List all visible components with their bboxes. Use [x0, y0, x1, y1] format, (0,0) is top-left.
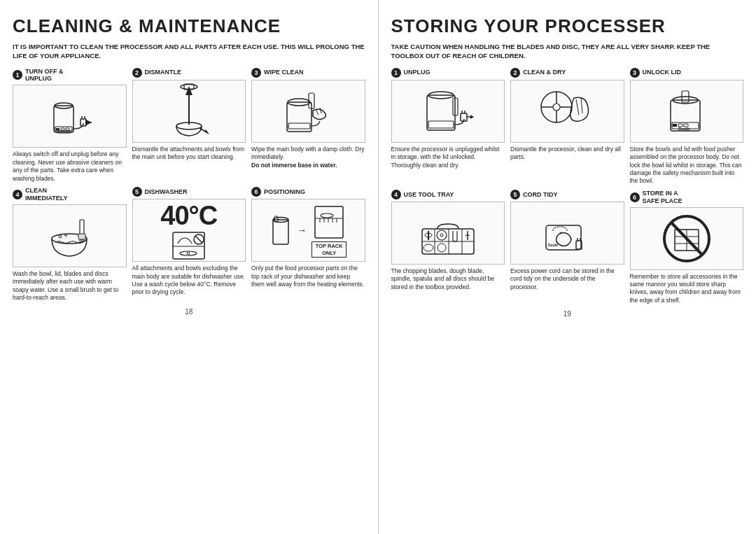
temp-label: 40°C: [160, 201, 217, 231]
step-5-desc: All attachments and bowls excluding the …: [132, 265, 246, 297]
step-r4-title: USE TOOL TRAY: [404, 191, 454, 199]
step-6-image: →: [251, 199, 365, 262]
svg-point-60: [553, 104, 560, 111]
svg-marker-12: [186, 86, 192, 95]
right-half: Storing Your Processer Take caution when…: [379, 0, 757, 534]
step-5-header: 5 DISHWASHER: [132, 187, 246, 197]
step-r3-title: UNLOCK LID: [643, 69, 682, 76]
svg-rect-3: [56, 128, 59, 130]
step-3-header: 3 WIPE CLEAN: [251, 68, 365, 78]
left-half: Cleaning & Maintenance It is important t…: [0, 0, 379, 534]
step-4-title: CLEANIMMEDIATELY: [25, 187, 68, 202]
svg-marker-58: [470, 115, 474, 119]
safe-place-icon: [655, 210, 718, 267]
unplug-store-icon: [416, 83, 479, 140]
step-2-number: 2: [132, 68, 142, 78]
step-r6-header: 6 STORE IN ASAFE PLACE: [630, 190, 744, 205]
step-3-desc: Wipe the main body with a damp cloth. Dr…: [251, 146, 365, 169]
step-6-header: 6 POSITIONING: [251, 187, 365, 197]
page: Cleaning & Maintenance It is important t…: [0, 0, 756, 534]
step-5-title: DISHWASHER: [145, 188, 188, 196]
step-r6-desc: Remember to store all accessories in the…: [630, 273, 744, 305]
step-2-desc: Dismantle the attachments and bowls from…: [132, 146, 246, 162]
step-6-left: 6 POSITIONING →: [251, 187, 365, 302]
svg-rect-51: [428, 121, 454, 128]
step-1-image: [13, 85, 127, 148]
step-r1-title: UNPLUG: [404, 69, 430, 76]
svg-rect-72: [673, 124, 677, 127]
step-4-left: 4 CLEANIMMEDIATELY: [13, 187, 127, 302]
step-r2-title: CLEAN & DRY: [523, 69, 566, 76]
step-r4-desc: The chopping blades, dough blade, spindl…: [391, 267, 505, 291]
svg-rect-19: [288, 123, 310, 129]
step-5-right: 5 CORD TIDY: [510, 190, 624, 304]
svg-point-36: [187, 252, 190, 255]
step-2-image: [132, 80, 246, 143]
turn-off-unplug-icon: [41, 88, 97, 144]
step-5-left: 5 DISHWASHER 40°C: [132, 187, 246, 302]
step-1-header: 1 TURN OFF &UNPLUG: [13, 68, 127, 83]
use-tool-tray-icon: [416, 204, 479, 262]
arrow-right-icon: →: [297, 225, 307, 236]
svg-point-83: [440, 234, 443, 237]
svg-point-82: [437, 230, 447, 240]
step-r5-number: 5: [510, 190, 520, 199]
step-r5-header: 5 CORD TIDY: [510, 190, 624, 199]
step-r2-number: 2: [510, 68, 520, 78]
step-r1-image: [391, 80, 505, 143]
step-2-header: 2 DISMANTLE: [132, 68, 246, 78]
step-1-desc: Always switch off and unplug before any …: [13, 150, 127, 183]
cord-tidy-icon: Dualit: [536, 204, 598, 262]
step-r2-desc: Dismantle the processor, clean and dry a…: [510, 146, 624, 162]
svg-rect-18: [287, 102, 312, 132]
step-r1-number: 1: [391, 68, 401, 78]
left-title: Cleaning & Maintenance: [13, 15, 365, 37]
svg-line-38: [195, 236, 202, 243]
step-r5-title: CORD TIDY: [523, 191, 558, 199]
step-r3-desc: Store the bowls and lid with food pusher…: [630, 146, 744, 185]
svg-text:Dualit: Dualit: [678, 127, 690, 131]
step-3-right: 3 UNLOCK LID Dualit: [630, 68, 744, 185]
left-page-num: 18: [13, 308, 365, 316]
step-1-title: TURN OFF &UNPLUG: [25, 68, 64, 83]
step-r3-image: Dualit: [630, 80, 744, 143]
step-6-number: 6: [251, 187, 261, 197]
top-rack-only-label: TOP RACKONLY: [312, 241, 346, 258]
step-6-title: POSITIONING: [264, 188, 305, 196]
step-1-left: 1 TURN OFF &UNPLUG: [13, 68, 127, 183]
svg-text:Dualit: Dualit: [548, 243, 558, 247]
svg-marker-17: [204, 129, 209, 134]
dishwasher-icon: [169, 231, 208, 260]
step-2-right: 2 CLEAN & DRY: [510, 68, 624, 185]
svg-line-65: [576, 99, 579, 115]
left-steps-grid: 1 TURN OFF &UNPLUG: [13, 68, 365, 302]
svg-rect-4: [61, 128, 64, 130]
step-2-left: 2 DISMANTLE: [132, 68, 246, 183]
step-r6-number: 6: [630, 192, 640, 202]
svg-rect-5: [66, 128, 69, 130]
step-5-number: 5: [132, 187, 142, 197]
step-6-desc: Only put the food processor parts on the…: [251, 265, 365, 288]
step-4-desc: Wash the bowl, lid, blades and discs imm…: [13, 270, 127, 302]
step-r3-number: 3: [630, 68, 640, 78]
step-3-image: [251, 80, 365, 143]
step-4-number: 4: [13, 190, 22, 199]
right-page-num: 19: [391, 310, 744, 318]
step-1-number: 1: [13, 70, 22, 80]
svg-rect-42: [315, 206, 343, 238]
step-r6-title: STORE IN ASAFE PLACE: [643, 190, 682, 205]
food-processor-small-icon: [270, 209, 292, 251]
right-title: Storing Your Processer: [391, 15, 744, 37]
svg-rect-26: [78, 234, 85, 239]
step-2-title: DISMANTLE: [145, 69, 182, 76]
svg-rect-39: [273, 220, 288, 244]
step-3-number: 3: [251, 68, 261, 78]
left-intro: It is important to clean the processor a…: [13, 42, 365, 61]
step-r4-image: [391, 202, 505, 265]
step-1-right: 1 UNPLUG: [391, 68, 505, 185]
clean-immediately-icon: [38, 207, 101, 265]
step-4-right: 4 USE TOOL TRAY: [391, 190, 505, 304]
svg-point-86: [438, 244, 446, 252]
step-r1-header: 1 UNPLUG: [391, 68, 505, 78]
svg-line-66: [581, 98, 582, 113]
